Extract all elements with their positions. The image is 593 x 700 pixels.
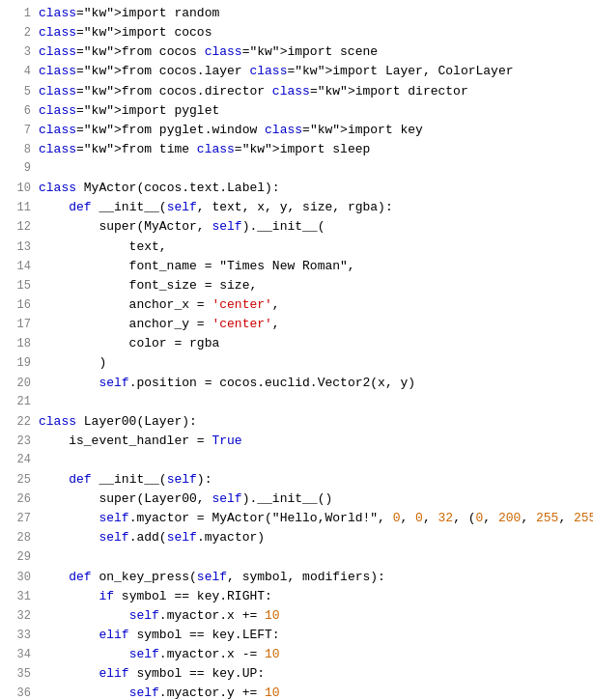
- line-number: 23: [4, 433, 31, 451]
- code-line: 17 anchor_y = 'center',: [0, 315, 593, 334]
- line-number: 2: [4, 24, 31, 42]
- line-text: font_size = size,: [39, 276, 589, 295]
- code-line: 31 if symbol == key.RIGHT:: [0, 587, 593, 606]
- code-line: 4class="kw">from cocos.layer class="kw">…: [0, 62, 593, 81]
- line-text: color = rgba: [39, 334, 589, 353]
- code-line: 3class="kw">from cocos class="kw">import…: [0, 42, 593, 62]
- line-number: 36: [4, 685, 31, 700]
- line-number: 1: [4, 5, 31, 23]
- line-text: class="kw">from cocos.director class="kw…: [39, 82, 589, 101]
- line-number: 31: [4, 588, 31, 606]
- line-number: 20: [4, 375, 31, 393]
- line-text: class="kw">from cocos.layer class="kw">i…: [39, 62, 589, 81]
- line-number: 19: [4, 354, 31, 373]
- line-text: elif symbol == key.LEFT:: [39, 626, 589, 645]
- code-line: 22class Layer00(Layer):: [0, 412, 593, 432]
- line-text: def __init__(self):: [39, 470, 589, 490]
- code-line: 14 font_name = "Times New Roman",: [0, 257, 593, 276]
- line-text: anchor_x = 'center',: [39, 295, 589, 315]
- code-line: 11 def __init__(self, text, x, y, size, …: [0, 198, 593, 217]
- line-text: class Layer00(Layer):: [39, 412, 589, 432]
- code-line: 30 def on_key_press(self, symbol, modifi…: [0, 568, 593, 587]
- line-text: super(MyActor, self).__init__(: [39, 217, 589, 237]
- line-text: ): [39, 353, 589, 373]
- line-number: 26: [4, 490, 31, 509]
- line-number: 22: [4, 413, 31, 432]
- line-number: 27: [4, 510, 31, 528]
- line-number: 10: [4, 180, 31, 198]
- code-line: 24: [0, 451, 593, 470]
- code-editor: 1class="kw">import random2class="kw">imp…: [0, 0, 593, 700]
- line-text: class="kw">import pyglet: [39, 101, 589, 121]
- line-text: class="kw">from pyglet.window class="kw"…: [39, 121, 589, 140]
- code-line: 34 self.myactor.x -= 10: [0, 645, 593, 664]
- line-text: self.myactor = MyActor("Hello,World!", 0…: [39, 509, 593, 528]
- line-text: class="kw">import random: [39, 4, 589, 23]
- line-text: if symbol == key.RIGHT:: [39, 587, 589, 606]
- code-line: 21: [0, 393, 593, 412]
- code-line: 7class="kw">from pyglet.window class="kw…: [0, 121, 593, 140]
- code-line: 8class="kw">from time class="kw">import …: [0, 140, 593, 159]
- line-text: font_name = "Times New Roman",: [39, 257, 589, 276]
- line-text: class="kw">from cocos class="kw">import …: [39, 42, 589, 62]
- line-number: 6: [4, 102, 31, 121]
- line-number: 16: [4, 296, 31, 315]
- line-text: def __init__(self, text, x, y, size, rgb…: [39, 198, 589, 217]
- line-text: self.myactor.x -= 10: [39, 645, 589, 664]
- line-number: 35: [4, 665, 31, 684]
- line-text: self.myactor.y += 10: [39, 684, 589, 700]
- code-line: 1class="kw">import random: [0, 4, 593, 23]
- line-number: 9: [4, 159, 31, 178]
- line-text: is_event_handler = True: [39, 432, 589, 451]
- line-number: 14: [4, 258, 31, 276]
- line-number: 28: [4, 529, 31, 547]
- code-line: 12 super(MyActor, self).__init__(: [0, 217, 593, 237]
- code-line: 6class="kw">import pyglet: [0, 101, 593, 121]
- line-number: 30: [4, 569, 31, 587]
- line-number: 32: [4, 607, 31, 626]
- line-number: 18: [4, 335, 31, 353]
- code-line: 5class="kw">from cocos.director class="k…: [0, 82, 593, 101]
- code-line: 33 elif symbol == key.LEFT:: [0, 626, 593, 645]
- line-text: self.position = cocos.euclid.Vector2(x, …: [39, 374, 589, 393]
- code-line: 23 is_event_handler = True: [0, 432, 593, 451]
- code-line: 25 def __init__(self):: [0, 470, 593, 490]
- line-number: 15: [4, 277, 31, 295]
- line-number: 25: [4, 471, 31, 490]
- line-text: elif symbol == key.UP:: [39, 664, 589, 684]
- code-line: 26 super(Layer00, self).__init__(): [0, 490, 593, 509]
- line-text: super(Layer00, self).__init__(): [39, 490, 589, 509]
- line-text: self.add(self.myactor): [39, 528, 589, 547]
- line-text: def on_key_press(self, symbol, modifiers…: [39, 568, 589, 587]
- line-number: 12: [4, 218, 31, 237]
- line-number: 7: [4, 122, 31, 140]
- line-text: anchor_y = 'center',: [39, 315, 589, 334]
- code-line: 9: [0, 159, 593, 179]
- code-line: 36 self.myactor.y += 10: [0, 684, 593, 700]
- line-number: 3: [4, 43, 31, 62]
- line-number: 17: [4, 316, 31, 334]
- code-line: 2class="kw">import cocos: [0, 23, 593, 42]
- line-number: 13: [4, 238, 31, 257]
- line-text: class="kw">from time class="kw">import s…: [39, 140, 589, 159]
- line-text: class="kw">import cocos: [39, 23, 589, 42]
- code-line: 29: [0, 548, 593, 568]
- code-line: 13 text,: [0, 238, 593, 257]
- line-number: 34: [4, 646, 31, 664]
- line-text: text,: [39, 238, 589, 257]
- code-line: 28 self.add(self.myactor): [0, 528, 593, 547]
- line-number: 21: [4, 393, 31, 411]
- code-line: 10class MyActor(cocos.text.Label):: [0, 179, 593, 198]
- code-line: 18 color = rgba: [0, 334, 593, 353]
- line-text: class MyActor(cocos.text.Label):: [39, 179, 589, 198]
- code-line: 15 font_size = size,: [0, 276, 593, 295]
- line-number: 8: [4, 141, 31, 159]
- line-number: 33: [4, 627, 31, 645]
- code-line: 32 self.myactor.x += 10: [0, 606, 593, 626]
- line-text: self.myactor.x += 10: [39, 606, 589, 626]
- code-line: 16 anchor_x = 'center',: [0, 295, 593, 315]
- code-line: 19 ): [0, 353, 593, 373]
- line-number: 24: [4, 451, 31, 469]
- line-number: 29: [4, 548, 31, 567]
- code-line: 27 self.myactor = MyActor("Hello,World!"…: [0, 509, 593, 528]
